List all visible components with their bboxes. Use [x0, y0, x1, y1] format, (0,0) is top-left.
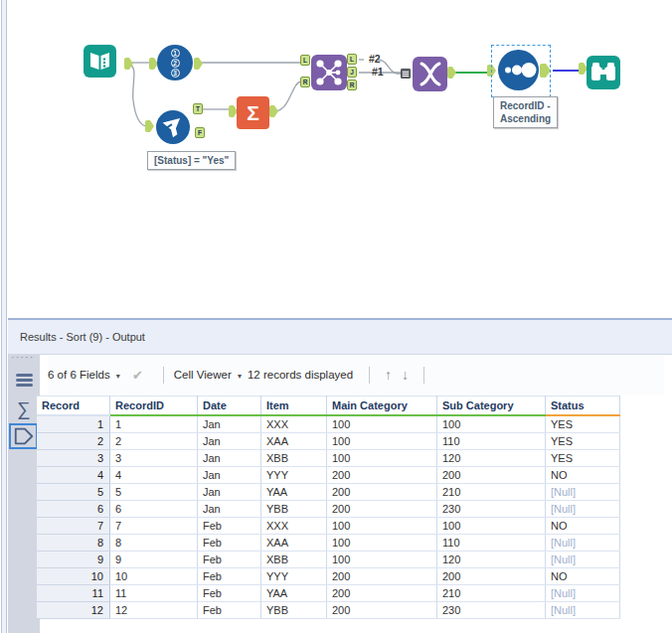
table-cell[interactable]: Feb — [198, 552, 261, 568]
table-cell[interactable]: YES — [546, 415, 620, 433]
tool-union[interactable] — [413, 57, 447, 91]
column-header-status[interactable]: Status — [546, 396, 620, 416]
scroll-down-button[interactable]: ↓ — [402, 367, 409, 383]
filter-false-anchor[interactable]: F — [195, 127, 205, 138]
table-cell[interactable]: YYY — [261, 568, 327, 585]
table-cell[interactable]: 8 — [110, 535, 198, 552]
table-cell[interactable]: 200 — [327, 602, 437, 619]
table-row[interactable]: 99FebXBB100120[Null] — [37, 552, 620, 568]
row-number-cell[interactable]: 6 — [37, 501, 110, 518]
table-row[interactable]: 33JanXBB100120YES — [37, 450, 620, 467]
workflow-canvas[interactable]: T F L R L J R 1 2 3 — [8, 0, 672, 318]
column-header-sub-category[interactable]: Sub Category — [437, 396, 546, 416]
table-cell[interactable]: 200 — [437, 568, 546, 585]
row-number-cell[interactable]: 3 — [37, 450, 110, 467]
table-cell[interactable]: 2 — [110, 433, 198, 450]
table-cell[interactable]: YES — [546, 433, 620, 450]
table-cell[interactable]: [Null] — [546, 602, 620, 619]
table-cell[interactable]: 12 — [110, 602, 198, 619]
table-cell[interactable]: [Null] — [546, 552, 620, 568]
table-row[interactable]: 55JanYAA200210[Null] — [37, 484, 620, 501]
join-output-left-anchor[interactable]: L — [347, 54, 357, 65]
apply-checkmark-icon[interactable]: ✔ — [132, 368, 143, 383]
tool-summarize[interactable]: Σ — [237, 96, 269, 129]
table-cell[interactable]: 100 — [327, 450, 437, 467]
table-row[interactable]: 1111FebYAA200210[Null] — [37, 585, 620, 602]
row-number-cell[interactable]: 9 — [37, 552, 110, 568]
fields-selector[interactable]: 6 of 6 Fields ▾ — [48, 369, 120, 381]
table-cell[interactable]: NO — [546, 467, 620, 484]
table-row[interactable]: 44JanYYY200200NO — [37, 467, 620, 484]
table-cell[interactable]: XBB — [261, 552, 327, 568]
table-row[interactable]: 1212FebYBB200230[Null] — [37, 602, 620, 619]
table-row[interactable]: 11JanXXX100100YES — [37, 415, 620, 433]
table-cell[interactable]: Jan — [198, 415, 261, 433]
table-cell[interactable]: 100 — [437, 415, 546, 433]
table-cell[interactable]: 100 — [327, 433, 437, 450]
tool-browse[interactable] — [587, 56, 620, 89]
table-cell[interactable]: YES — [546, 450, 620, 467]
input-anchor-button[interactable]: ∑ — [13, 398, 35, 418]
table-cell[interactable]: 110 — [437, 433, 546, 450]
column-header-recordid[interactable]: RecordID — [110, 396, 198, 416]
table-cell[interactable]: 10 — [110, 568, 198, 585]
column-header-date[interactable]: Date — [198, 396, 261, 416]
tool-input-data[interactable] — [84, 45, 116, 78]
table-cell[interactable]: 6 — [110, 501, 198, 518]
table-cell[interactable]: 210 — [437, 484, 546, 501]
table-cell[interactable]: YBB — [261, 602, 327, 619]
table-cell[interactable]: 4 — [110, 467, 198, 484]
table-cell[interactable]: 9 — [110, 552, 198, 568]
table-cell[interactable]: 120 — [437, 450, 546, 467]
table-row[interactable]: 1010FebYYY200200NO — [37, 568, 620, 585]
table-cell[interactable]: XAA — [261, 433, 327, 450]
table-cell[interactable]: [Null] — [546, 484, 620, 501]
metadata-view-button[interactable] — [13, 370, 35, 390]
join-input-left-anchor[interactable]: L — [300, 55, 310, 66]
row-number-cell[interactable]: 11 — [37, 585, 110, 602]
table-cell[interactable]: Feb — [198, 518, 261, 535]
column-header-item[interactable]: Item — [261, 396, 327, 416]
table-cell[interactable]: 3 — [110, 450, 198, 467]
cell-viewer-selector[interactable]: Cell Viewer ▾ — [174, 369, 242, 381]
row-number-cell[interactable]: 1 — [37, 415, 110, 433]
filter-true-anchor[interactable]: T — [193, 103, 203, 114]
table-cell[interactable]: XXX — [261, 518, 327, 535]
table-cell[interactable]: Jan — [198, 484, 261, 501]
table-cell[interactable]: YBB — [261, 501, 327, 518]
tool-join[interactable] — [311, 55, 347, 90]
join-output-join-anchor[interactable]: J — [347, 67, 357, 78]
join-output-right-anchor[interactable]: R — [347, 79, 357, 90]
tool-filter[interactable] — [156, 110, 190, 144]
table-cell[interactable]: 230 — [437, 602, 546, 619]
table-cell[interactable]: 100 — [327, 518, 437, 535]
table-cell[interactable]: YAA — [261, 585, 327, 602]
table-cell[interactable]: 1 — [110, 415, 198, 433]
table-cell[interactable]: Jan — [198, 501, 261, 518]
table-cell[interactable]: NO — [546, 568, 620, 585]
table-cell[interactable]: 200 — [327, 467, 437, 484]
table-cell[interactable]: Jan — [198, 433, 261, 450]
table-cell[interactable]: 200 — [327, 568, 437, 585]
table-cell[interactable]: Jan — [198, 450, 261, 467]
filter-annotation[interactable]: [Status] = "Yes" — [147, 151, 236, 170]
row-number-cell[interactable]: 5 — [37, 484, 110, 501]
column-header-main-category[interactable]: Main Category — [327, 396, 437, 416]
table-row[interactable]: 77FebXXX100100NO — [37, 518, 620, 535]
row-number-cell[interactable]: 8 — [37, 535, 110, 552]
table-cell[interactable]: 200 — [327, 484, 437, 501]
table-cell[interactable]: 230 — [437, 501, 546, 518]
row-number-cell[interactable]: 4 — [37, 467, 110, 484]
table-cell[interactable]: YYY — [261, 467, 327, 484]
row-number-cell[interactable]: 10 — [37, 568, 110, 585]
table-cell[interactable]: 100 — [327, 415, 437, 433]
table-cell[interactable]: 200 — [327, 501, 437, 518]
sort-annotation[interactable]: RecordID - Ascending — [493, 96, 558, 128]
table-cell[interactable]: 200 — [327, 585, 437, 602]
table-cell[interactable]: 110 — [437, 535, 546, 552]
table-cell[interactable]: Feb — [198, 602, 261, 619]
table-cell[interactable]: [Null] — [546, 535, 620, 552]
table-row[interactable]: 22JanXAA100110YES — [37, 433, 620, 450]
table-cell[interactable]: XAA — [261, 535, 327, 552]
results-titlebar[interactable]: Results - Sort (9) - Output — [8, 320, 672, 355]
